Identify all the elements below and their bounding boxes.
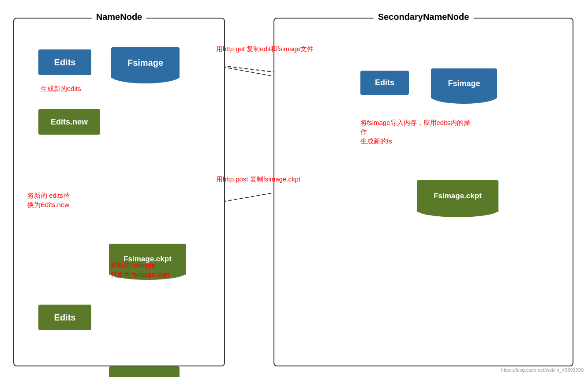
annotation-new-edits: 生成新的edits: [41, 84, 81, 93]
namenode-title: NameNode: [92, 12, 146, 22]
secondary-section: SecondaryNameNode Edits Fsimage 将fsimage…: [273, 18, 573, 366]
annotation-import-fsimage: 将fsimage导入内存，应用edits内的操作生成新的fs: [360, 118, 470, 146]
watermark: https://blog.csdn.net/weixin_43893390: [501, 367, 584, 373]
namenode-section: NameNode Edits Fsimage 生成新的edits Edits.n…: [13, 18, 225, 366]
namenode-edits-bottom: Edits: [38, 305, 91, 330]
annotation-http-get: 用http get 复制edit和fsimage文件: [216, 44, 314, 53]
annotation-replace-fsimage: 将新的 fsimage替换为 fsimage.ckpt: [110, 260, 169, 279]
annotation-http-post: 用http post 复制fsimage.ckpt: [216, 174, 300, 184]
secondary-title: SecondaryNameNode: [374, 12, 474, 22]
namenode-edits-top: Edits: [38, 49, 91, 75]
secondary-fsimage: Fsimage: [431, 68, 497, 98]
diagram: NameNode Edits Fsimage 生成新的edits Edits.n…: [0, 0, 588, 377]
secondary-edits: Edits: [360, 71, 409, 95]
namenode-fsimage-bottom: Fsimage: [109, 366, 180, 377]
annotation-replace-edits: 将新的 edits替换为Edits.new: [27, 191, 70, 209]
secondary-fsimage-ckpt: Fsimage.ckpt: [417, 180, 498, 212]
namenode-edits-new: Edits.new: [38, 109, 100, 135]
namenode-fsimage-top: Fsimage: [111, 47, 180, 78]
